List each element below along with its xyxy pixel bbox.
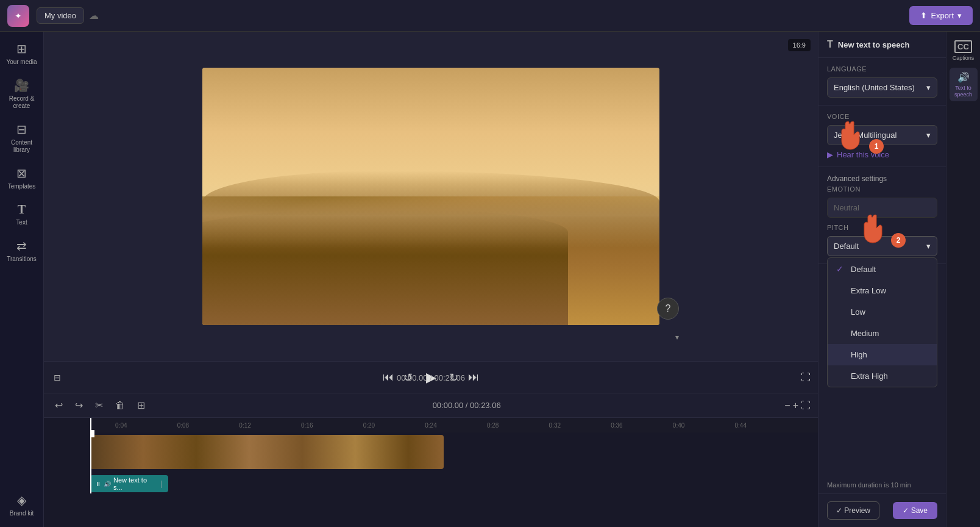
- canvas-area: 16:9 ? ▾: [44, 32, 818, 361]
- preview-button[interactable]: ✓ Preview: [827, 501, 879, 520]
- pitch-option-label: Medium: [851, 329, 879, 338]
- pitch-option-label: Default: [851, 265, 876, 274]
- preview-label: Preview: [844, 506, 870, 515]
- timeline-toolbar: ↩ ↪ ✂ 🗑 ⊞ 00:00.00 / 00:23.06 − + ⛶: [44, 393, 818, 418]
- sidebar-item-transitions[interactable]: ⇄ Transitions: [4, 234, 40, 268]
- play-voice-icon: ▶: [827, 150, 833, 159]
- sidebar-item-content-library[interactable]: ⊟ Content library: [4, 117, 40, 159]
- track-audio-icon: 🔊: [104, 481, 111, 487]
- ruler-mark: 0:40: [648, 422, 710, 429]
- pitch-option-high[interactable]: High: [828, 344, 937, 365]
- language-dropdown[interactable]: English (United States) ▾: [827, 77, 937, 98]
- text-to-speech-track[interactable]: ⏸ 🔊 New text to s... │: [90, 475, 168, 492]
- voice-chevron-icon: ▾: [926, 131, 931, 140]
- total-time: 00:23.06: [434, 373, 465, 382]
- redo-button[interactable]: ↪: [71, 397, 87, 414]
- text-track-label: New text to s...: [113, 476, 155, 491]
- sidebar-item-templates[interactable]: ⊠ Templates: [4, 161, 40, 195]
- ruler-mark: 0:04: [90, 422, 152, 429]
- panel-title-icon: T: [827, 39, 833, 50]
- video-canvas: [202, 68, 659, 325]
- undo-button[interactable]: ↩: [51, 397, 66, 414]
- delete-button[interactable]: 🗑: [112, 398, 129, 414]
- emotion-container: Emotion Neutral: [827, 185, 937, 218]
- zoom-in-button[interactable]: +: [793, 400, 798, 411]
- video-track-clip[interactable]: [90, 435, 444, 469]
- skip-to-end-button[interactable]: ⏭: [466, 368, 481, 386]
- pitch-options-list: ✓ Default Extra Low Low: [827, 257, 937, 387]
- cut-button[interactable]: ✂: [91, 397, 107, 414]
- video-preview: [202, 68, 659, 325]
- help-button[interactable]: ?: [657, 298, 679, 320]
- left-playback-controls: ⊟: [51, 370, 63, 385]
- track-pause-icon: ⏸: [95, 481, 101, 487]
- ruler-mark: 0:44: [709, 422, 772, 429]
- content-library-icon: ⊟: [16, 122, 27, 137]
- timeline-time: 00:00.00 / 00:23.06: [433, 401, 501, 410]
- caption-toggle-button[interactable]: ⊟: [51, 370, 63, 385]
- save-check-icon: ✓: [903, 506, 911, 515]
- pitch-option-extra-high[interactable]: Extra High: [828, 365, 937, 387]
- sidebar-item-brand-kit[interactable]: ◈ Brand kit: [4, 488, 40, 522]
- pitch-option-extra-low[interactable]: Extra Low: [828, 280, 937, 301]
- ruler-mark: 0:16: [276, 422, 338, 429]
- pitch-option-medium[interactable]: Medium: [828, 323, 937, 344]
- fullscreen-button[interactable]: ⛶: [801, 372, 811, 383]
- pitch-dropdown[interactable]: Default ▾: [827, 236, 937, 256]
- zoom-fit-button[interactable]: ⛶: [801, 400, 811, 411]
- time-display: 00:00.00 / 00:23.06: [397, 373, 465, 382]
- sidebar-item-label: Templates: [8, 183, 36, 190]
- pitch-value: Default: [834, 242, 859, 251]
- playhead: [90, 418, 91, 493]
- track-resize-handle[interactable]: │: [160, 481, 163, 487]
- export-icon: ⬆: [920, 11, 927, 20]
- record-create-icon: 🎥: [14, 78, 29, 93]
- app-logo: ✦: [7, 5, 29, 27]
- captions-sidebar-item[interactable]: CC Captions: [950, 37, 978, 65]
- sidebar-item-text[interactable]: T Text: [4, 198, 40, 231]
- video-title-button[interactable]: My video: [37, 7, 84, 24]
- voice-label: Voice: [827, 113, 937, 120]
- panel-title: New text to speech: [838, 40, 910, 49]
- sidebar-item-your-media[interactable]: ⊞ Your media: [4, 37, 40, 71]
- timeline-ruler: 0:04 0:08 0:12 0:16 0:20 0:24 0:28 0:32 …: [90, 418, 818, 432]
- voice-dropdown[interactable]: Jenny Multilingual ▾: [827, 125, 937, 145]
- add-to-timeline-button[interactable]: ⊞: [133, 397, 149, 414]
- advanced-settings-toggle[interactable]: Advanced settings: [827, 174, 937, 183]
- pitch-chevron-icon: ▾: [926, 242, 931, 251]
- emotion-input[interactable]: Neutral: [827, 198, 937, 218]
- sidebar-item-record-create[interactable]: 🎥 Record & create: [4, 73, 40, 115]
- top-bar: ✦ My video ☁ ⬆ Export ▾: [0, 0, 980, 32]
- track-labels: [44, 418, 90, 493]
- main-area: ⊞ Your media 🎥 Record & create ⊟ Content…: [0, 32, 980, 527]
- emotion-label: Emotion: [827, 185, 937, 193]
- zoom-out-button[interactable]: −: [784, 400, 790, 411]
- panel-collapse-button[interactable]: ▾: [670, 328, 684, 346]
- save-button[interactable]: ✓ Save: [893, 502, 937, 519]
- max-duration-text: Maximum duration is 10 min: [818, 476, 946, 493]
- hear-voice-button[interactable]: ▶ Hear this voice: [827, 150, 889, 159]
- playhead-marker: [90, 430, 94, 437]
- emotion-placeholder: Neutral: [834, 203, 859, 212]
- save-label: Save: [911, 506, 928, 515]
- skip-to-start-button[interactable]: ⏮: [380, 368, 396, 386]
- pitch-option-default[interactable]: ✓ Default: [828, 258, 937, 280]
- pitch-option-low[interactable]: Low: [828, 301, 937, 323]
- brand-kit-icon: ◈: [17, 493, 26, 507]
- captions-label: Captions: [953, 55, 975, 62]
- right-panel: T New text to speech Language English (U…: [818, 32, 946, 527]
- export-button[interactable]: ⬆ Export ▾: [909, 6, 973, 25]
- text-to-speech-icon: 🔊: [957, 71, 970, 83]
- text-to-speech-sidebar-item[interactable]: 🔊 Text to speech: [950, 68, 978, 102]
- sidebar-bottom: ◈ Brand kit: [4, 488, 40, 522]
- text-to-speech-label: Text to speech: [951, 85, 976, 98]
- left-sidebar: ⊞ Your media 🎥 Record & create ⊟ Content…: [0, 32, 44, 527]
- timeline-area: ↩ ↪ ✂ 🗑 ⊞ 00:00.00 / 00:23.06 − + ⛶: [44, 393, 818, 527]
- sidebar-item-label: Content library: [6, 139, 38, 154]
- language-label: Language: [827, 65, 937, 73]
- cloud-save-icon: ☁: [89, 10, 99, 21]
- pitch-option-label: Extra Low: [851, 286, 886, 295]
- center-area: 16:9 ? ▾ ⊟ ⏮ ↺ ▶ ↻ ⏭ 00:00.00 / 00:23.06…: [44, 32, 818, 527]
- mist: [202, 184, 659, 248]
- pitch-container: Pitch Default ▾ ✓ Default E: [827, 224, 937, 256]
